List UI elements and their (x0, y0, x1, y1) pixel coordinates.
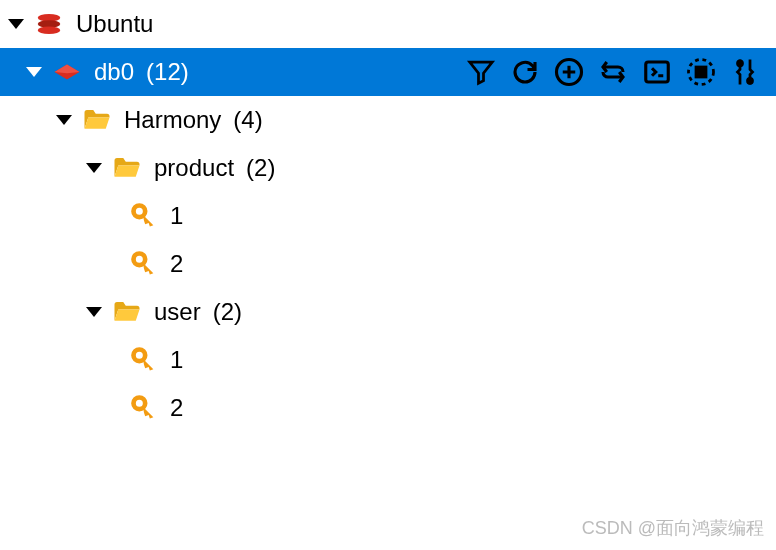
reload-icon[interactable] (596, 55, 630, 89)
caret-icon (86, 163, 102, 173)
tree-node-namespace[interactable]: Harmony (4) (0, 96, 776, 144)
analyze-icon[interactable] (684, 55, 718, 89)
filter-icon[interactable] (464, 55, 498, 89)
namespace-count: (4) (233, 106, 262, 134)
console-icon[interactable] (640, 55, 674, 89)
key-label: 2 (170, 250, 183, 278)
redis-server-icon (34, 9, 64, 39)
svg-point-9 (738, 61, 743, 66)
server-label: Ubuntu (76, 10, 153, 38)
key-icon (130, 394, 158, 422)
key-label: 2 (170, 394, 183, 422)
key-icon (130, 250, 158, 278)
database-icon (52, 57, 82, 87)
folder-count: (2) (246, 154, 275, 182)
key-label: 1 (170, 346, 183, 374)
add-icon[interactable] (552, 55, 586, 89)
folder-label: product (154, 154, 234, 182)
folder-open-icon (82, 105, 112, 135)
key-icon (130, 202, 158, 230)
caret-icon (8, 19, 24, 29)
namespace-label: Harmony (124, 106, 221, 134)
svg-point-13 (134, 350, 146, 362)
folder-open-icon (112, 297, 142, 327)
tree-node-server[interactable]: Ubuntu (0, 0, 776, 48)
caret-icon (56, 115, 72, 125)
tree-view: Ubuntu db0 (12) (0, 0, 776, 432)
database-count: (12) (146, 58, 189, 86)
tree-node-key[interactable]: 1 (0, 336, 776, 384)
folder-open-icon (112, 153, 142, 183)
tree-node-database[interactable]: db0 (12) (0, 48, 776, 96)
svg-rect-8 (696, 67, 706, 77)
key-icon (130, 346, 158, 374)
refresh-icon[interactable] (508, 55, 542, 89)
folder-label: user (154, 298, 201, 326)
caret-icon (86, 307, 102, 317)
tree-node-folder[interactable]: user (2) (0, 288, 776, 336)
svg-point-12 (134, 254, 146, 266)
tree-node-folder[interactable]: product (2) (0, 144, 776, 192)
tree-node-key[interactable]: 1 (0, 192, 776, 240)
key-label: 1 (170, 202, 183, 230)
watermark: CSDN @面向鸿蒙编程 (582, 516, 764, 540)
database-label: db0 (94, 58, 134, 86)
caret-icon (26, 67, 42, 77)
folder-count: (2) (213, 298, 242, 326)
svg-point-2 (38, 27, 61, 35)
tree-node-key[interactable]: 2 (0, 240, 776, 288)
tools-icon[interactable] (728, 55, 762, 89)
tree-node-key[interactable]: 2 (0, 384, 776, 432)
svg-marker-4 (55, 65, 80, 74)
database-toolbar (464, 55, 776, 89)
svg-point-10 (748, 78, 753, 83)
svg-point-14 (134, 398, 146, 410)
